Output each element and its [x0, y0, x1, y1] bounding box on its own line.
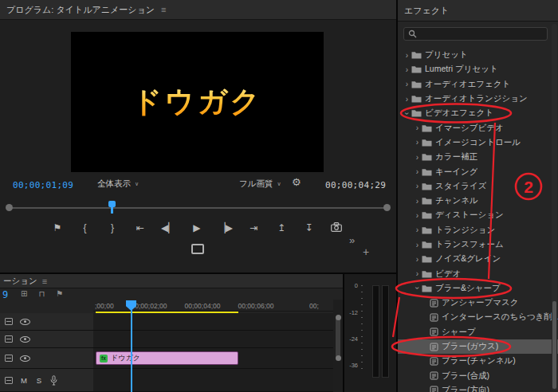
- effects-folder-row[interactable]: ›カラー補正: [398, 150, 558, 164]
- effects-folder-row[interactable]: ›ノイズ&グレイン: [398, 252, 558, 266]
- effects-folder-row[interactable]: ›チャンネル: [398, 194, 558, 208]
- track-output-toggle-icon[interactable]: [20, 355, 30, 362]
- effects-panel-header[interactable]: エフェクト: [398, 0, 558, 22]
- effect-item-row[interactable]: ブラー(ガウス): [398, 339, 558, 354]
- folder-icon: [411, 51, 422, 59]
- effects-folder-row[interactable]: ›イメージコントロール: [398, 135, 558, 150]
- add-marker-icon[interactable]: ⚑: [56, 290, 63, 298]
- chevron-collapsed-icon[interactable]: ›: [403, 51, 411, 60]
- voiceover-record-icon[interactable]: [50, 375, 57, 386]
- chevron-collapsed-icon[interactable]: ›: [413, 123, 422, 132]
- meter-db-label: -36: [344, 362, 358, 369]
- nest-sequence-icon[interactable]: ⊞: [21, 290, 27, 298]
- go-to-out-button[interactable]: ⇥: [247, 223, 260, 233]
- effects-folder-row[interactable]: ›ディストーション: [398, 208, 558, 222]
- panel-menu-icon[interactable]: ≡: [161, 5, 166, 14]
- chevron-collapsed-icon[interactable]: ›: [413, 197, 422, 206]
- track-output-toggle-icon[interactable]: [20, 319, 30, 325]
- effects-folder-row[interactable]: ›ビデオ: [398, 266, 558, 280]
- chevron-collapsed-icon[interactable]: ›: [413, 269, 422, 278]
- track-content-a1[interactable]: [93, 369, 333, 391]
- export-frame-button[interactable]: [330, 222, 343, 233]
- panel-menu-icon[interactable]: ≡: [42, 276, 47, 286]
- track-output-toggle-icon[interactable]: [20, 336, 30, 343]
- track-lock-icon[interactable]: [5, 318, 13, 325]
- track-content-v1[interactable]: fx ドウガク: [93, 348, 333, 368]
- effects-folder-row[interactable]: ›オーディオトランジション: [398, 92, 558, 106]
- chevron-collapsed-icon[interactable]: ›: [413, 138, 422, 147]
- program-panel-header[interactable]: プログラム: タイトルアニメーション ≡: [0, 0, 396, 20]
- effect-item-row[interactable]: ブラー(合成): [398, 369, 558, 383]
- chevron-collapsed-icon[interactable]: ›: [413, 241, 422, 249]
- chevron-collapsed-icon[interactable]: ›: [413, 182, 422, 190]
- comparison-view-button[interactable]: [191, 244, 204, 254]
- effect-item-row[interactable]: ブラー(方向): [398, 383, 558, 392]
- effects-search-box[interactable]: [403, 27, 548, 41]
- effects-folder-row[interactable]: ›キーイング: [398, 164, 558, 178]
- add-marker-button[interactable]: ⚑: [51, 223, 64, 233]
- effects-folder-row[interactable]: ›Lumetri プリセット: [398, 62, 558, 76]
- monitor-playhead[interactable]: [108, 201, 116, 207]
- effects-folder-row[interactable]: ›オーディオエフェクト: [398, 77, 558, 92]
- effect-item-row[interactable]: インターレースのちらつき削...: [398, 310, 558, 324]
- chevron-collapsed-icon[interactable]: ›: [413, 225, 422, 234]
- play-button[interactable]: ▶: [191, 223, 203, 233]
- meter-tick-marks: [361, 285, 363, 370]
- go-to-in-button[interactable]: ⇤: [134, 223, 147, 233]
- program-video-viewer[interactable]: ドウガク: [71, 32, 324, 172]
- chevron-expanded-icon[interactable]: ›: [413, 284, 422, 292]
- chevron-collapsed-icon[interactable]: ›: [413, 255, 422, 264]
- chevron-collapsed-icon[interactable]: ›: [403, 65, 411, 74]
- monitor-settings-wrench-icon[interactable]: ⚙: [292, 176, 301, 188]
- effect-item-row[interactable]: アンシャープマスク: [398, 296, 558, 310]
- chevron-collapsed-icon[interactable]: ›: [403, 80, 411, 88]
- scrollbar-handle-dot[interactable]: [336, 315, 341, 320]
- timeline-clip[interactable]: fx ドウガク: [96, 351, 238, 365]
- timeline-vertical-scrollbar[interactable]: [333, 300, 343, 392]
- overflow-chevron-button[interactable]: »: [349, 234, 355, 246]
- timeline-panel-header[interactable]: ーション ≡: [0, 274, 343, 288]
- solo-track-button[interactable]: S: [35, 376, 43, 385]
- timeline-timecode-fragment[interactable]: 9: [2, 289, 8, 300]
- chevron-collapsed-icon[interactable]: ›: [413, 153, 422, 162]
- scrollbar-thumb[interactable]: [552, 301, 556, 389]
- track-content-v2[interactable]: [93, 331, 333, 347]
- chevron-collapsed-icon[interactable]: ›: [403, 95, 411, 104]
- current-timecode[interactable]: 00;00;01;09: [13, 180, 73, 190]
- mark-in-button[interactable]: {: [79, 223, 92, 233]
- step-forward-button[interactable]: ▕▶: [218, 223, 232, 233]
- effects-scrollbar[interactable]: [552, 24, 557, 390]
- mark-out-button[interactable]: }: [106, 223, 119, 233]
- effect-item-row[interactable]: ブラー(チャンネル): [398, 354, 558, 368]
- scrollbar-thumb[interactable]: [336, 317, 340, 359]
- mute-track-button[interactable]: M: [20, 376, 28, 385]
- zoom-level-select[interactable]: 全体表示 ∨: [97, 178, 139, 190]
- track-lock-icon[interactable]: [5, 355, 13, 362]
- effects-search-input[interactable]: [420, 29, 543, 38]
- monitor-scrubber-track[interactable]: [11, 207, 385, 209]
- button-editor-add-button[interactable]: +: [363, 245, 369, 258]
- effects-folder-row[interactable]: ›プリセット: [398, 48, 558, 62]
- scrubber-zoom-handle-left[interactable]: [6, 204, 13, 211]
- chevron-expanded-icon[interactable]: ›: [403, 109, 411, 118]
- scrubber-zoom-handle-right[interactable]: [383, 204, 391, 211]
- snap-icon[interactable]: ⊓: [38, 290, 45, 298]
- chevron-collapsed-icon[interactable]: ›: [413, 211, 422, 220]
- effects-folder-row[interactable]: ›イマーシブビデオ: [398, 120, 558, 135]
- effects-folder-row[interactable]: ›トランジション: [398, 223, 558, 237]
- scrollbar-handle-dot[interactable]: [336, 355, 341, 361]
- effects-folder-row[interactable]: ›ビデオエフェクト: [398, 106, 558, 120]
- chevron-collapsed-icon[interactable]: ›: [413, 167, 422, 176]
- lift-button[interactable]: ↥: [275, 223, 288, 233]
- track-lock-icon[interactable]: [5, 377, 13, 384]
- effect-item-row[interactable]: シャープ: [398, 325, 558, 339]
- step-back-button[interactable]: ◀▏: [161, 223, 175, 233]
- effects-folder-row[interactable]: ›スタイライズ: [398, 179, 558, 194]
- effects-folder-row[interactable]: ›ブラー&シャープ: [398, 281, 558, 296]
- track-lock-icon[interactable]: [5, 335, 13, 343]
- extract-button[interactable]: ↧: [302, 223, 315, 233]
- timeline-toolbar: ⊞ ⊓ ⚑: [21, 290, 63, 298]
- effects-folder-row[interactable]: ›トランスフォーム: [398, 237, 558, 252]
- track-content-v3[interactable]: [93, 313, 333, 330]
- playback-quality-select[interactable]: フル画質 ∨: [239, 178, 281, 190]
